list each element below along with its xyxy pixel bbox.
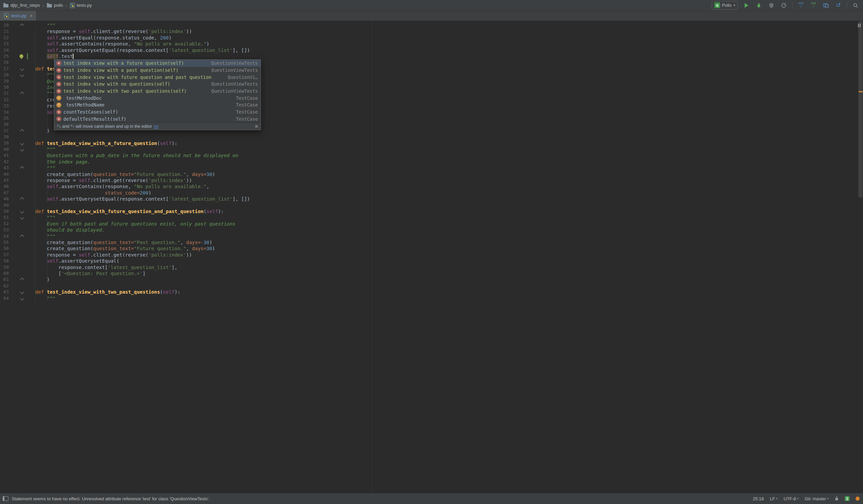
code-line[interactable]: )	[24, 128, 50, 134]
code-line[interactable]: )	[24, 276, 50, 282]
debug-button[interactable]	[755, 1, 763, 10]
right-margin-guide	[372, 21, 372, 493]
code-line[interactable]: self.assertQuerysetEqual(response.contex…	[24, 196, 250, 202]
encoding-selector[interactable]: UTF-8▾	[784, 496, 799, 501]
completion-item[interactable]: f_testMethodDocTestCase	[54, 94, 261, 101]
line-number: 22	[0, 35, 9, 41]
caret-position[interactable]: 25:18	[753, 496, 764, 501]
pi-icon: π	[255, 124, 258, 129]
code-line[interactable]: create_question(question_text="Past ques…	[24, 239, 212, 245]
code-line[interactable]: def test_index_view_with_future_question…	[24, 208, 224, 214]
completion-origin-class: QuestionViewTests	[211, 88, 258, 94]
completion-item[interactable]: mtest_index_view_with_a_past_question(se…	[54, 67, 261, 74]
search-everywhere-button[interactable]	[852, 1, 860, 10]
completion-origin-class: QuestionVi…	[228, 75, 258, 80]
readonly-toggle[interactable]	[835, 496, 839, 501]
code-line[interactable]: response = self.client.get(reverse('poll…	[24, 28, 192, 34]
code-line[interactable]: Even if both past and future questions e…	[24, 221, 235, 227]
status-message: Statement seems to have no effect. Unres…	[12, 496, 210, 501]
toolwindow-toggle-icon[interactable]	[3, 496, 9, 501]
method-icon: m	[56, 116, 61, 121]
completion-item[interactable]: mtest_index_view_with_two_past_questions…	[54, 88, 261, 95]
lock-icon	[835, 496, 839, 501]
line-number: 24	[0, 47, 9, 53]
code-line[interactable]: def test_index_view_with_a_future_questi…	[24, 140, 177, 146]
field-icon: f	[56, 102, 61, 108]
line-number: 46	[0, 184, 9, 189]
completion-item[interactable]: mtest_index_view_with_a_future_question(…	[54, 60, 261, 67]
code-line[interactable]: status_code=200)	[24, 190, 151, 196]
code-line[interactable]: """	[24, 90, 55, 97]
git-branch-selector[interactable]: Git: master▾	[805, 496, 829, 501]
tab-tests-py[interactable]: tests.py ×	[0, 11, 36, 21]
code-line[interactable]: the index page.	[24, 159, 90, 165]
code-line[interactable]: """	[24, 295, 55, 301]
line-number: 54	[0, 233, 9, 239]
status-bar: Statement seems to have no effect. Unres…	[0, 493, 863, 504]
method-icon: m	[56, 89, 61, 94]
completion-origin-class: QuestionViewTests	[211, 81, 258, 87]
code-line[interactable]: ['<Question: Past question.>']	[24, 270, 146, 276]
code-line[interactable]: """	[24, 72, 55, 78]
breadcrumb-item-project[interactable]: djtp_first_steps	[3, 3, 40, 8]
code-line[interactable]: self.assertQuerysetEqual(	[24, 258, 119, 264]
line-ending-selector[interactable]: LF▾	[770, 496, 778, 501]
toolbar-divider	[847, 2, 847, 9]
completion-item[interactable]: mcountTestCases(self)TestCase	[54, 109, 261, 116]
run-config-selector[interactable]: dj Polls ▾	[712, 1, 738, 10]
line-number: 21	[0, 28, 9, 34]
line-number: 63	[0, 289, 9, 295]
vcs-update-button[interactable]: VCS ↓	[797, 1, 805, 10]
code-line[interactable]: self.assertEqual(response.status_code, 2…	[24, 35, 172, 41]
completion-hint-link[interactable]: >>	[154, 124, 159, 129]
code-line[interactable]: self.assertQuerysetEqual(response.contex…	[24, 47, 250, 53]
bug-icon	[756, 3, 762, 8]
completion-hint-text: ^↓ and ^↑ will move caret down and up in…	[57, 124, 152, 129]
completion-label: test_index_view_with_a_future_question(s…	[63, 60, 207, 66]
completion-item[interactable]: mdefaultTestResult(self)TestCase	[54, 116, 261, 123]
code-line[interactable]: """	[24, 214, 55, 220]
code-line[interactable]: def test_index_view_with_two_past_questi…	[24, 289, 180, 295]
diff-button[interactable]	[822, 1, 830, 10]
event-log-icon[interactable]	[855, 496, 860, 501]
run-config-label: Polls	[722, 3, 731, 8]
error-stripe-mark[interactable]	[859, 91, 863, 92]
line-number: 48	[0, 196, 9, 202]
completion-item[interactable]: mtest_index_view_with_future_question_an…	[54, 74, 261, 80]
vcs-commit-button[interactable]: VCS ↑	[809, 1, 817, 10]
breadcrumb-item-polls[interactable]: polls	[47, 3, 63, 8]
code-line[interactable]: create_question(question_text="Future qu…	[24, 171, 215, 177]
code-line[interactable]: create_question(question_text="Future qu…	[24, 245, 215, 252]
editor[interactable]: 20 """21 response = self.client.get(reve…	[0, 21, 863, 493]
completion-origin-class: QuestionViewTests	[211, 67, 258, 73]
code-line[interactable]: Questions with a pub_date in the future …	[24, 152, 238, 159]
line-number: 39	[0, 140, 9, 146]
revert-button[interactable]: ↺	[834, 1, 842, 10]
completion-item[interactable]: f_testMethodNameTestCase	[54, 101, 261, 109]
completion-list: mtest_index_view_with_a_future_question(…	[54, 60, 261, 122]
code-line[interactable]: """	[24, 146, 55, 152]
code-line[interactable]: """	[24, 22, 55, 28]
line-number: 25	[0, 53, 9, 59]
profiler-button[interactable]	[780, 1, 788, 10]
code-line[interactable]: self.assertContains(response, "No polls …	[24, 41, 209, 47]
inspections-profile-icon[interactable]: 2	[845, 496, 850, 501]
run-button[interactable]	[742, 1, 750, 10]
code-line[interactable]: response = self.client.get(reverse('poll…	[24, 252, 192, 258]
scrollbar[interactable]	[858, 21, 863, 198]
code-line[interactable]: should be displayed.	[24, 227, 105, 233]
breadcrumb-item-tests-py[interactable]: tests.py	[70, 3, 92, 8]
code-line[interactable]: response.context['latest_question_list']…	[24, 264, 177, 270]
line-number: 37	[0, 128, 9, 134]
intention-bulb-icon[interactable]	[20, 54, 23, 58]
run-with-coverage-button[interactable]	[767, 1, 775, 10]
code-line[interactable]: """	[24, 165, 55, 171]
completion-origin-class: TestCase	[236, 109, 258, 115]
code-line[interactable]: self.test	[24, 53, 74, 59]
close-tab-icon[interactable]: ×	[30, 13, 33, 18]
chevron-down-icon: ▾	[827, 497, 829, 500]
code-line[interactable]: response = self.client.get(reverse('poll…	[24, 177, 192, 184]
completion-item[interactable]: mtest_index_view_with_no_questions(self)…	[54, 80, 261, 88]
code-line[interactable]: """	[24, 233, 55, 239]
code-line[interactable]: self.assertContains(response, "No polls …	[24, 184, 209, 189]
